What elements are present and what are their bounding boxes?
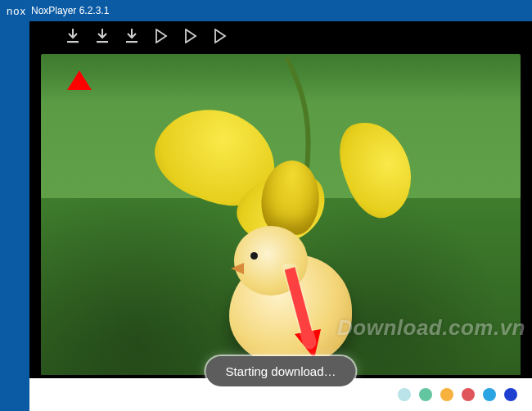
nox-logo: nox	[7, 5, 26, 17]
download-icon[interactable]	[65, 28, 80, 44]
window-title: NoxPlayer 6.2.3.1	[31, 5, 109, 16]
play-store-icon[interactable]	[213, 28, 228, 44]
download-toast: Starting download…	[205, 356, 355, 386]
svg-rect-0	[67, 41, 79, 43]
image-viewport: Download.com.vn	[29, 51, 532, 378]
color-dot[interactable]	[398, 388, 411, 401]
color-dot[interactable]	[440, 388, 453, 401]
download-icon[interactable]	[95, 28, 110, 44]
chick-head	[234, 226, 308, 296]
photo-content	[41, 54, 521, 375]
color-dot[interactable]	[462, 388, 475, 401]
color-dot[interactable]	[504, 388, 517, 401]
chick-beak	[231, 263, 244, 274]
svg-rect-2	[126, 41, 138, 43]
chick-eye	[250, 252, 258, 260]
app-window: nox NoxPlayer 6.2.3.1	[0, 0, 532, 411]
play-store-icon[interactable]	[183, 28, 198, 44]
titlebar: nox NoxPlayer 6.2.3.1	[0, 0, 532, 21]
svg-rect-1	[97, 41, 108, 43]
content-area: Download.com.vn Starting download…	[29, 21, 532, 411]
play-store-icon[interactable]	[154, 28, 169, 44]
download-icon[interactable]	[124, 28, 139, 44]
color-dot[interactable]	[483, 388, 496, 401]
top-toolbar	[29, 21, 532, 51]
color-dot[interactable]	[419, 388, 432, 401]
